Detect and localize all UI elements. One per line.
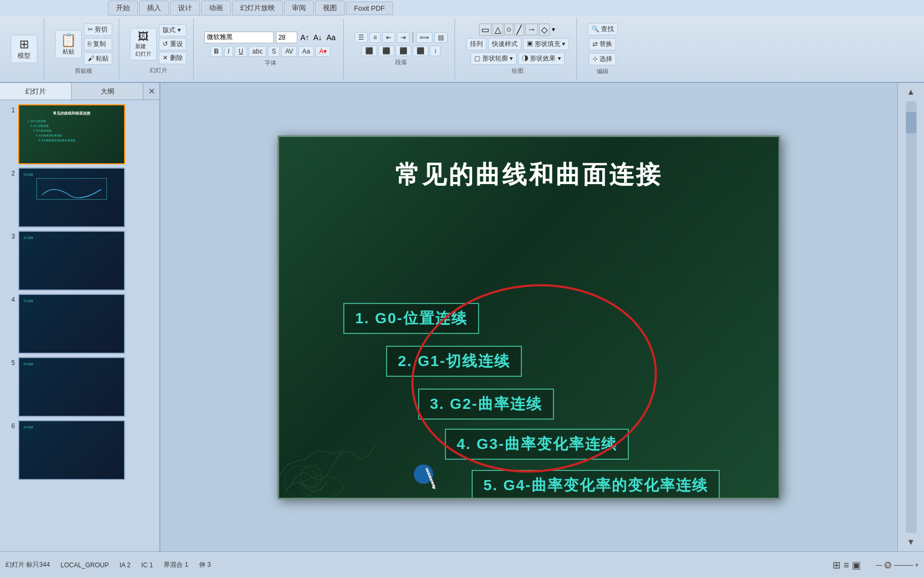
scroll-down-btn[interactable]: ▼ <box>905 535 918 549</box>
slide-item-g0: 1. G0-位置连续 <box>343 303 479 334</box>
scroll-up-btn[interactable]: ▲ <box>905 85 918 99</box>
slide-preview-4[interactable]: G2 连续 <box>18 294 125 354</box>
slide-panel: 幻灯片 大纲 ✕ 1 常见的曲线和曲面连接 1. G0-位置连续 2. G1-切… <box>0 83 160 551</box>
shape-rect[interactable]: ▭ <box>479 24 491 36</box>
slide-thumb-2[interactable]: 2 G0 连续 <box>4 168 155 227</box>
align-left-btn[interactable]: ⬛ <box>361 45 377 56</box>
shadow-btn[interactable]: S <box>268 46 280 57</box>
slide-preview-6[interactable]: G4 连续 <box>18 420 125 480</box>
status-bar: 幻灯片 标只344 LOCAL_GROUP IA 2 IC 1 界混合 1 伸 … <box>0 551 924 578</box>
right-scrollbar: ▲ ▼ <box>897 83 924 551</box>
slide-preview-3[interactable]: G1 连续 <box>18 231 125 291</box>
layout-btn[interactable]: 版式 ▾ <box>159 24 186 36</box>
slide-item-g3: 4. G3-曲率变化率连续 <box>445 429 629 460</box>
edit-label: 编辑 <box>597 67 609 75</box>
slide-thumb-1[interactable]: 1 常见的曲线和曲面连接 1. G0-位置连续 2. G1-切线连续 3. G2… <box>4 104 155 164</box>
quick-style-btn[interactable]: 快速样式 <box>488 38 521 50</box>
paste-btn[interactable]: 📋 粘贴 <box>55 30 82 58</box>
slide-thumb-6[interactable]: 6 G4 连续 <box>4 420 155 480</box>
toolbar-main: ⊞ 模型 📋 粘贴 ✂ 剪切 ⎘ 复制 🖌 粘贴 剪贴板 <box>0 16 924 82</box>
clear-format-btn[interactable]: Aa <box>325 32 336 43</box>
reset-btn[interactable]: ↺ 重设 <box>159 38 186 50</box>
toolbar-group-edit: 🔍 查找 ⇄ 替换 ⊹ 选择 编辑 <box>581 18 624 80</box>
format-btn[interactable]: 🖌 粘贴 <box>84 52 112 65</box>
delete-btn[interactable]: ✕ 删除 <box>159 52 186 64</box>
copy-btn[interactable]: ⎘ 复制 <box>84 38 112 50</box>
shape-arrow[interactable]: → <box>525 24 538 35</box>
drawing-label: 绘图 <box>512 67 523 75</box>
shapes-more[interactable]: ▾ <box>551 25 556 34</box>
font-color-btn[interactable]: A▾ <box>315 46 330 57</box>
font-size-input[interactable] <box>276 32 297 43</box>
slide-preview-5[interactable]: G3 连续 <box>18 357 125 417</box>
bold-btn[interactable]: B <box>210 46 222 57</box>
sp-close-btn[interactable]: ✕ <box>143 83 159 100</box>
tab-slideshow[interactable]: 幻灯片放映 <box>232 1 283 16</box>
replace-btn[interactable]: ⇄ 替换 <box>589 38 616 50</box>
sort-btn[interactable]: 排列 <box>466 38 487 50</box>
align-justify-btn[interactable]: ⬛ <box>413 45 428 56</box>
presentation-slide[interactable]: 常见的曲线和曲面连接 1. G0-位置连续 2. G1-切线连续 3. G2-曲… <box>278 135 780 499</box>
status-ia2: IA 2 <box>119 561 130 569</box>
shape-round[interactable]: ○ <box>504 24 514 35</box>
list-bullet-btn[interactable]: ☰ <box>355 32 368 43</box>
status-zoom: — 🔘 ——— + <box>876 561 919 569</box>
slide-preview-2[interactable]: G0 连续 <box>18 168 125 227</box>
slide-panel-tabs: 幻灯片 大纲 ✕ <box>0 83 159 100</box>
strikethrough-btn[interactable]: abc <box>249 46 266 57</box>
status-slide-info: 幻灯片 标只344 <box>5 560 50 569</box>
align-center-btn[interactable]: ⬛ <box>379 45 394 56</box>
sp-tab-slides[interactable]: 幻灯片 <box>0 83 72 100</box>
svg-point-2 <box>301 476 343 498</box>
slide-thumb-5[interactable]: 5 G3 连续 <box>4 357 155 417</box>
fill-btn[interactable]: ▣ 形状填充 ▾ <box>523 38 569 50</box>
indent-right-btn[interactable]: ⇥ <box>397 32 410 43</box>
tab-insert[interactable]: 插入 <box>139 1 169 16</box>
font-grow-btn[interactable]: A↑ <box>299 32 310 43</box>
slide-thumb-4[interactable]: 4 G2 连续 <box>4 294 155 354</box>
tab-design[interactable]: 设计 <box>170 1 200 16</box>
italic-btn[interactable]: I <box>224 46 233 57</box>
font-family-input[interactable] <box>204 32 274 43</box>
tab-review[interactable]: 审阅 <box>284 1 314 16</box>
align-right-btn[interactable]: ⬛ <box>396 45 411 56</box>
list-number-btn[interactable]: ≡ <box>369 32 381 43</box>
model-btn[interactable]: ⊞ 模型 <box>11 35 37 63</box>
spacing-btn[interactable]: AV <box>281 46 297 57</box>
cut-btn[interactable]: ✂ 剪切 <box>84 24 112 36</box>
text-direction-btn[interactable]: ⟺ <box>416 32 433 43</box>
outline-btn[interactable]: ▢ 形状轮廓 ▾ <box>471 52 517 65</box>
case-btn[interactable]: Aa <box>298 46 314 57</box>
find-btn[interactable]: 🔍 查找 <box>588 23 618 35</box>
g4-box: 5. G4-曲率变化率的变化率连续 <box>472 470 720 499</box>
status-blend: 界混合 1 <box>164 560 188 569</box>
shape-line[interactable]: ╱ <box>514 24 524 36</box>
font-shrink-btn[interactable]: A↓ <box>312 32 323 43</box>
model-icon: ⊞ <box>19 37 29 51</box>
tab-home[interactable]: 开始 <box>108 1 138 16</box>
shape-diamond[interactable]: ◇ <box>539 24 550 36</box>
slides-list: 1 常见的曲线和曲面连接 1. G0-位置连续 2. G1-切线连续 3. G2… <box>0 100 159 551</box>
shape-tri[interactable]: △ <box>492 24 503 36</box>
status-group: LOCAL_GROUP <box>60 561 109 569</box>
new-slide-btn[interactable]: 🖼 新建幻灯片 <box>130 28 157 60</box>
sp-tab-outline[interactable]: 大纲 <box>72 83 143 100</box>
tab-view[interactable]: 视图 <box>315 1 345 16</box>
slide-num-2: 2 <box>4 170 15 177</box>
effect-btn[interactable]: ◑ 形状效果 ▾ <box>518 52 565 65</box>
toolbar-tabs: 开始 插入 设计 动画 幻灯片放映 审阅 视图 Foxit PDF <box>0 0 924 16</box>
scroll-thumb[interactable] <box>906 112 917 133</box>
column-btn[interactable]: ▤ <box>434 32 448 43</box>
slide-thumb-3[interactable]: 3 G1 连续 <box>4 231 155 291</box>
underline-btn[interactable]: U <box>235 46 247 57</box>
toolbar-group-drawing: ▭ △ ○ ╱ → ◇ ▾ 排列 快速样式 ▣ 形状填充 ▾ ▢ 形状轮廓 ▾ … <box>459 18 577 80</box>
scroll-track <box>906 101 917 533</box>
tab-animation[interactable]: 动画 <box>201 1 231 16</box>
tab-foxit[interactable]: Foxit PDF <box>346 2 393 15</box>
line-spacing-btn[interactable]: ↕ <box>430 45 441 56</box>
slide-preview-1[interactable]: 常见的曲线和曲面连接 1. G0-位置连续 2. G1-切线连续 3. G2-曲… <box>18 104 125 164</box>
g1-box: 2. G1-切线连续 <box>386 346 522 377</box>
indent-left-btn[interactable]: ⇤ <box>382 32 395 43</box>
select-btn[interactable]: ⊹ 选择 <box>589 53 616 65</box>
pen-cursor <box>412 458 438 492</box>
